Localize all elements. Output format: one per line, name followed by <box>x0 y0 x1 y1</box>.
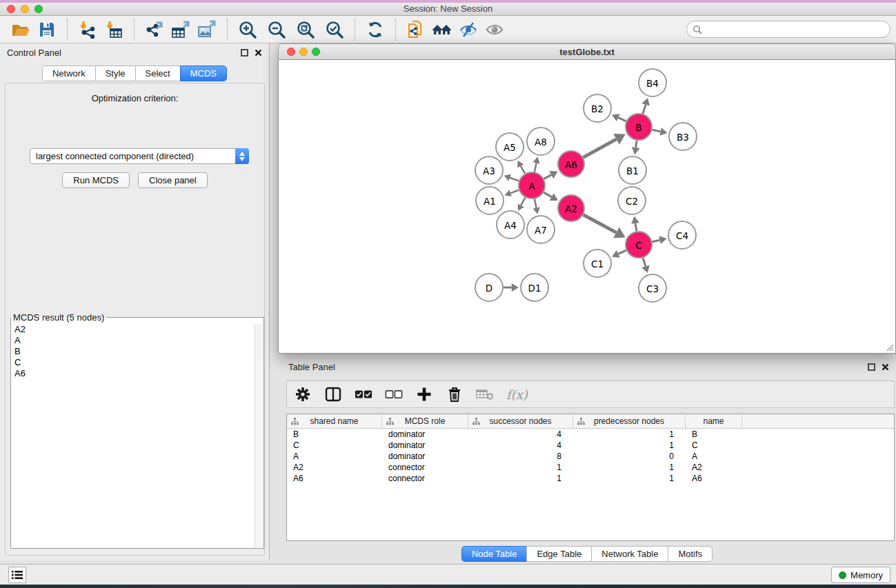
add-column-button[interactable] <box>415 385 433 403</box>
graph-edge-C-C1[interactable] <box>612 250 626 258</box>
network-canvas[interactable]: B4B2BB3A8A5A6B1A3AC2A1A2A4A7C4CC1C3DD1 <box>278 60 896 354</box>
zoom-fit-button[interactable] <box>294 18 317 41</box>
network-close-button[interactable] <box>287 48 295 56</box>
deselect-all-columns-button[interactable] <box>385 385 403 403</box>
graph-node-B1[interactable]: B1 <box>619 156 646 184</box>
graph-node-B2[interactable]: B2 <box>584 94 611 122</box>
float-panel-icon[interactable] <box>868 363 875 371</box>
graph-node-A6[interactable]: A6 <box>558 151 584 177</box>
result-list-scrollbar[interactable] <box>255 324 263 547</box>
network-zoom-button[interactable] <box>312 48 320 56</box>
graph-edge-B-B2[interactable] <box>612 114 626 121</box>
table-row-B[interactable]: Bdominator41B <box>287 429 894 440</box>
save-session-button[interactable] <box>35 18 59 41</box>
new-network-document-button[interactable] <box>404 18 428 41</box>
function-builder-button[interactable]: f(x) <box>506 385 528 403</box>
column-settings-button[interactable] <box>294 385 312 403</box>
run-mcds-button[interactable]: Run MCDS <box>62 172 130 188</box>
graph-edge-D-D1[interactable] <box>504 283 519 292</box>
graph-node-A7[interactable]: A7 <box>527 216 555 243</box>
graph-node-A2[interactable]: A2 <box>558 195 584 221</box>
graph-node-C4[interactable]: C4 <box>668 221 696 249</box>
memory-button[interactable]: Memory <box>831 567 890 583</box>
tab-node-table[interactable]: Node Table <box>461 546 528 562</box>
resize-grip-icon[interactable] <box>884 342 894 352</box>
graph-edge-A-A3[interactable] <box>504 174 519 181</box>
table-row-A2[interactable]: A2connector11A2 <box>287 462 894 473</box>
close-window-button[interactable] <box>7 5 15 13</box>
graph-edge-C-C3[interactable] <box>641 258 649 273</box>
tab-style[interactable]: Style <box>95 65 136 81</box>
table-row-A6[interactable]: A6connector11A6 <box>287 473 894 484</box>
column-header-shared-name[interactable]: shared name <box>287 414 382 428</box>
result-item-C[interactable]: C <box>12 357 254 368</box>
show-graphics-details-button[interactable] <box>483 18 506 41</box>
graph-edge-C-C4[interactable] <box>653 236 667 244</box>
graph-node-D[interactable]: D <box>475 274 503 301</box>
graph-node-D1[interactable]: D1 <box>521 274 548 301</box>
zoom-out-button[interactable] <box>265 18 288 41</box>
table-row-A[interactable]: Adominator80A <box>287 451 894 462</box>
column-header-successor-nodes[interactable]: successor nodes <box>468 414 573 428</box>
delete-columns-button[interactable] <box>446 385 464 403</box>
export-table-button[interactable] <box>169 18 192 41</box>
minimize-window-button[interactable] <box>21 5 29 13</box>
graph-edge-A2-C[interactable] <box>584 215 626 239</box>
graph-node-C2[interactable]: C2 <box>618 187 646 214</box>
close-panel-icon[interactable] <box>255 49 262 57</box>
tab-network-table[interactable]: Network Table <box>591 546 668 562</box>
hide-graphics-details-button[interactable] <box>457 18 480 41</box>
graph-node-C1[interactable]: C1 <box>584 250 611 277</box>
graph-edge-B-B4[interactable] <box>641 98 649 114</box>
graph-node-A1[interactable]: A1 <box>476 187 504 214</box>
export-image-button[interactable] <box>195 18 219 41</box>
graph-node-A3[interactable]: A3 <box>475 156 503 184</box>
table-row-C[interactable]: Cdominator41C <box>287 440 894 451</box>
graph-node-A8[interactable]: A8 <box>527 128 555 155</box>
graph-edge-B-B3[interactable] <box>653 128 668 136</box>
select-all-columns-button[interactable] <box>355 385 372 403</box>
graph-edge-B-B1[interactable] <box>632 141 640 154</box>
graph-edge-A-A7[interactable] <box>532 199 539 214</box>
tab-edge-table[interactable]: Edge Table <box>526 546 592 562</box>
graph-node-B4[interactable]: B4 <box>639 69 666 97</box>
graph-node-B3[interactable]: B3 <box>669 123 697 150</box>
graph-node-B[interactable]: B <box>626 114 652 140</box>
refresh-button[interactable] <box>364 18 387 41</box>
graph-node-A[interactable]: A <box>519 172 545 199</box>
graph-node-C3[interactable]: C3 <box>639 274 666 302</box>
column-header-predecessor-nodes[interactable]: predecessor nodes <box>573 414 686 428</box>
result-item-B[interactable]: B <box>12 346 254 357</box>
tab-select[interactable]: Select <box>135 65 181 81</box>
graph-edge-A-A6[interactable] <box>544 171 558 179</box>
close-panel-button[interactable]: Close panel <box>138 172 208 188</box>
network-window-titlebar[interactable]: testGlobe.txt <box>278 43 896 60</box>
graph-edge-A-A4[interactable] <box>518 198 526 211</box>
tab-mcds[interactable]: MCDS <box>180 65 227 81</box>
criterion-dropdown[interactable]: largest connected component (directed) <box>30 148 249 164</box>
network-minimize-button[interactable] <box>299 48 308 56</box>
import-network-button[interactable] <box>76 18 99 41</box>
column-header-name[interactable]: name <box>686 414 742 428</box>
graph-edge-A-A5[interactable] <box>517 161 525 174</box>
float-panel-icon[interactable] <box>241 49 248 57</box>
graph-edge-A-A8[interactable] <box>532 157 539 172</box>
graph-edge-A-A1[interactable] <box>505 190 519 196</box>
tab-motifs[interactable]: Motifs <box>668 546 713 562</box>
zoom-in-button[interactable] <box>236 18 259 41</box>
result-item-A2[interactable]: A2 <box>12 324 254 335</box>
zoom-window-button[interactable] <box>34 5 43 13</box>
import-table-button[interactable] <box>102 18 126 41</box>
graph-node-A5[interactable]: A5 <box>496 133 524 161</box>
graph-edge-A6-B[interactable] <box>584 134 626 157</box>
tab-network[interactable]: Network <box>42 65 96 81</box>
home-button[interactable] <box>430 18 454 41</box>
graph-node-C[interactable]: C <box>626 232 652 258</box>
task-history-button[interactable] <box>8 567 26 583</box>
export-network-button[interactable] <box>143 18 166 41</box>
delete-table-button[interactable] <box>476 385 494 403</box>
graph-edge-A-A2[interactable] <box>544 192 558 201</box>
search-input[interactable] <box>706 23 890 37</box>
open-file-button[interactable] <box>9 18 32 41</box>
graph-node-A4[interactable]: A4 <box>497 211 524 239</box>
